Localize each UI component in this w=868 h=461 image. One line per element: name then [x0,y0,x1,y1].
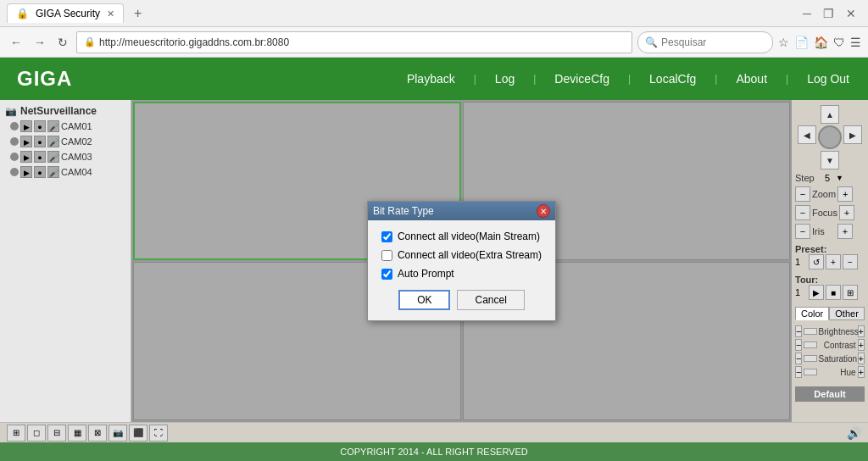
cam-talk-btn[interactable]: 🎤 [47,166,59,178]
option3-label: Auto Prompt [398,268,454,280]
saturation-plus[interactable]: + [858,353,865,364]
search-icon: 🔍 [645,36,658,48]
address-bar[interactable]: 🔒 http://meuescritorio.gigaddns.com.br:8… [76,31,632,53]
sidebar: 📷 NetSurveillance ▶ ● 🎤 CAM01 ▶ ● 🎤 CAM0… [0,100,131,422]
ptz-center-button[interactable] [818,125,842,149]
saturation-minus[interactable]: − [795,353,802,364]
cam-record-btn[interactable]: ● [34,151,46,163]
layout-4-button[interactable]: ⊟ [47,425,66,442]
home-button[interactable]: 🏠 [814,36,828,49]
focus-plus-button[interactable]: + [839,205,854,220]
ptz-up-button[interactable]: ▲ [821,105,839,124]
hue-minus[interactable]: − [795,366,802,378]
ptz-controls: ▲ ◀ ▶ ▼ [795,105,865,169]
focus-minus-button[interactable]: − [795,205,810,220]
option3-checkbox[interactable] [381,269,392,280]
forward-button[interactable]: → [31,34,49,51]
back-button[interactable]: ← [7,34,25,51]
iris-minus-button[interactable]: − [795,224,810,239]
modal-body: Connect all video(Main Stream) Connect a… [368,220,555,320]
ptz-right-button[interactable]: ▶ [843,125,862,144]
cam-record-btn[interactable]: ● [34,136,46,147]
cam-record-btn[interactable]: ● [34,166,46,178]
snapshot-button[interactable]: 📷 [108,425,127,442]
saturation-slider[interactable] [804,355,816,362]
tour-stop-button[interactable]: ■ [826,285,841,300]
hue-plus[interactable]: + [858,366,865,378]
record-button[interactable]: ⬛ [129,425,147,442]
color-tab-button[interactable]: Color [795,307,829,320]
iris-plus-button[interactable]: + [837,224,853,239]
cam-talk-btn[interactable]: 🎤 [47,151,59,163]
cam-record-btn[interactable]: ● [34,120,46,132]
brightness-plus[interactable]: + [858,325,865,337]
nav-playback[interactable]: Playback [405,69,457,89]
hue-slider[interactable] [804,369,816,375]
preset-add-button[interactable]: + [826,254,841,269]
cam-play-btn[interactable]: ▶ [20,136,32,147]
new-tab-button[interactable]: + [131,6,145,21]
nav-logout[interactable]: Log Out [805,69,851,89]
brightness-slider[interactable] [804,328,816,335]
browser-tab[interactable]: 🔒 GIGA Security ✕ [7,3,124,23]
tour-grid-button[interactable]: ⊞ [843,285,858,300]
zoom-plus-button[interactable]: + [837,186,853,202]
option1-checkbox[interactable] [381,231,392,242]
color-other-tabs: Color Other [795,307,865,320]
layout-8-button[interactable]: ⊠ [88,425,107,442]
camera-item-cam04[interactable]: ▶ ● 🎤 CAM04 [0,164,131,180]
nav-about[interactable]: About [734,69,769,89]
search-input[interactable] [661,36,763,48]
ok-button[interactable]: OK [398,290,450,310]
hue-row: − Hue + [795,366,865,378]
volume-icon[interactable]: 🔊 [847,426,861,440]
preset-refresh-button[interactable]: ↺ [809,254,824,269]
reader-button[interactable]: 📄 [794,36,809,49]
cam-play-btn[interactable]: ▶ [20,120,32,132]
layout-2-button[interactable]: ◻ [27,425,46,442]
saturation-row: − Saturation + [795,353,865,364]
search-box[interactable]: 🔍 [637,31,773,53]
minimize-button[interactable]: ─ [798,5,816,22]
ptz-down-button[interactable]: ▼ [821,151,839,169]
layout-1-button[interactable]: ⊞ [7,425,25,442]
default-button[interactable]: Default [795,386,865,402]
star-button[interactable]: ☆ [778,36,789,49]
shield-button[interactable]: 🛡 [833,36,845,49]
ptz-left-button[interactable]: ◀ [798,125,816,144]
focus-row: − Focus + [795,205,865,220]
camera-item-cam03[interactable]: ▶ ● 🎤 CAM03 [0,149,131,164]
option2-checkbox[interactable] [381,250,392,261]
zoom-minus-button[interactable]: − [795,186,810,202]
cam-play-btn[interactable]: ▶ [20,166,32,178]
other-tab-button[interactable]: Other [829,307,865,320]
cancel-button[interactable]: Cancel [457,290,524,310]
cam-talk-btn[interactable]: 🎤 [47,136,59,147]
nav-devicecfg[interactable]: DeviceCfg [553,69,611,89]
contrast-minus[interactable]: − [795,339,802,351]
camera-item-cam01[interactable]: ▶ ● 🎤 CAM01 [0,119,131,134]
cam-play-btn[interactable]: ▶ [20,151,32,163]
app-header: GIGA Playback | Log | DeviceCfg | LocalC… [0,58,868,100]
contrast-plus[interactable]: + [858,339,865,351]
cam-talk-btn[interactable]: 🎤 [47,120,59,132]
modal-buttons: OK Cancel [381,290,542,310]
camera-item-cam02[interactable]: ▶ ● 🎤 CAM02 [0,134,131,149]
layout-6-button[interactable]: ▦ [68,425,86,442]
nav-log[interactable]: Log [493,69,516,89]
menu-button[interactable]: ☰ [850,36,861,49]
tab-close-button[interactable]: ✕ [107,8,114,19]
tour-section: Tour: 1 ▶ ■ ⊞ [795,275,865,300]
refresh-button[interactable]: ↻ [54,34,71,51]
fullscreen-button[interactable]: ⛶ [149,425,168,442]
preset-remove-button[interactable]: − [843,254,858,269]
close-button[interactable]: ✕ [841,5,861,22]
option2-row: Connect all video(Extra Stream) [381,249,542,261]
restore-button[interactable]: ❐ [818,5,839,22]
brightness-minus[interactable]: − [795,325,802,337]
nav-localcfg[interactable]: LocalCfg [648,69,698,89]
contrast-slider[interactable] [804,342,816,348]
tour-play-button[interactable]: ▶ [809,285,824,300]
modal-close-button[interactable]: ✕ [537,204,550,218]
zoom-row: − Zoom + [795,186,865,202]
